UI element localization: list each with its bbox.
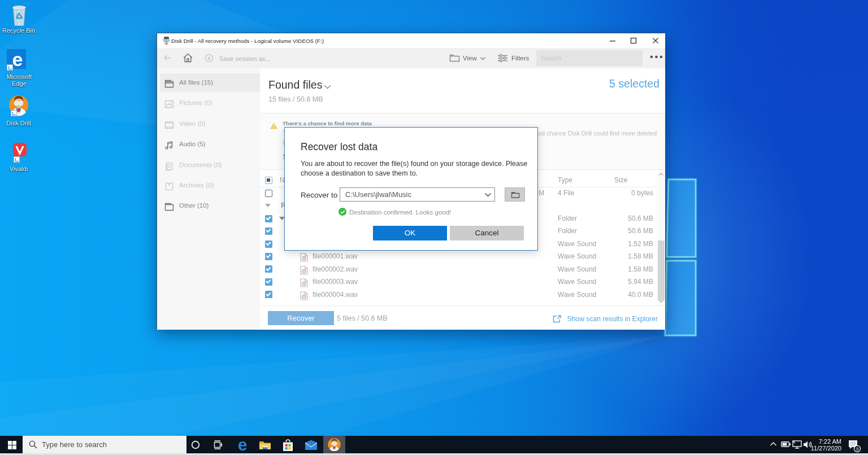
svg-text:3: 3 — [856, 447, 859, 452]
svg-text:e: e — [12, 49, 23, 69]
